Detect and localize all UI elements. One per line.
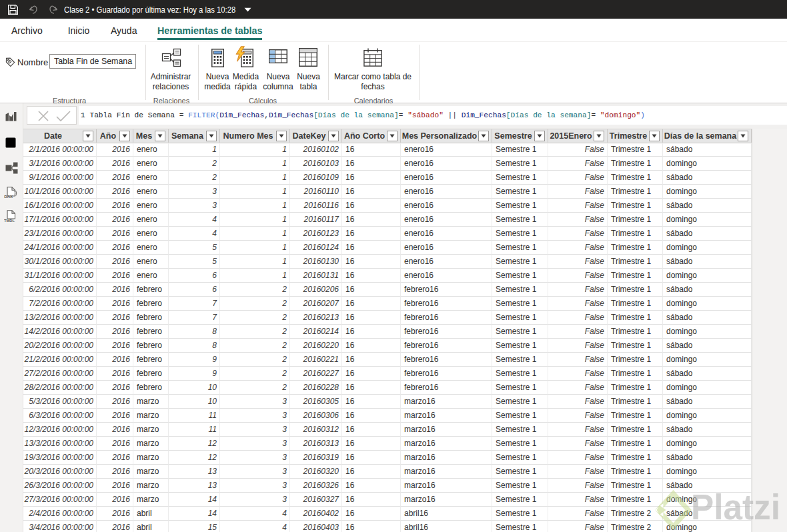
svg-text:TMDL: TMDL xyxy=(4,219,15,223)
svg-text:DAX: DAX xyxy=(4,194,13,199)
